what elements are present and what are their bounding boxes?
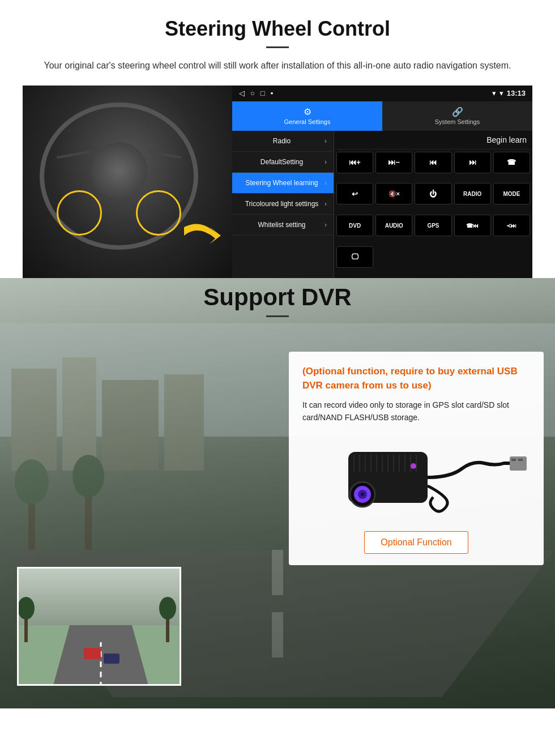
menu-default-label: DefaultSetting [239,158,325,166]
svg-point-39 [411,463,416,469]
svg-rect-2 [62,357,96,471]
ctrl-radio[interactable]: RADIO [454,183,491,204]
menu-default-chevron: › [325,158,327,166]
wifi-icon: ▾ [500,89,503,97]
menu-tricoloured-chevron: › [325,200,327,208]
dvr-divider [266,315,289,317]
system-settings-icon: 🔗 [452,106,463,117]
ctrl-audio[interactable]: AUDIO [375,215,412,236]
svg-rect-40 [510,456,527,471]
section-subtitle: Your original car's steering wheel contr… [23,58,532,73]
tab-general-settings[interactable]: ⚙ General Settings [232,101,382,131]
svg-point-11 [72,455,104,498]
inset-road-svg [19,569,181,686]
tab-system-label: System Settings [435,118,480,125]
ctrl-gps[interactable]: GPS [415,215,451,236]
dvr-info-body: It can record video only to storage in G… [302,399,530,424]
title-divider [266,46,289,48]
ctrl-dvd[interactable]: DVD [336,215,373,236]
menu-radio-label: Radio [239,137,325,145]
dvr-background: Support DVR [0,278,555,708]
menu-radio-chevron: › [325,137,327,145]
tab-system-settings[interactable]: 🔗 System Settings [382,101,532,131]
steering-wheel-image [23,86,232,278]
android-main-content: Radio › DefaultSetting › Steering Wheel … [232,131,532,278]
optional-btn-container: Optional Function [302,526,530,554]
optional-function-button[interactable]: Optional Function [364,531,468,554]
svg-rect-21 [104,654,119,664]
inset-road-image [19,569,180,684]
menu-whitelist-chevron: › [325,221,327,229]
general-settings-icon: ⚙ [304,106,311,117]
ctrl-mode[interactable]: MODE [493,183,530,204]
svg-rect-20 [84,648,101,659]
dvr-title-area: Support DVR [0,284,555,317]
ctrl-mute[interactable]: 🔇× [375,183,412,204]
ctrl-screen[interactable]: 🖵 [336,246,373,268]
tab-bar: ⚙ General Settings 🔗 System Settings [232,101,532,131]
status-time: 13:13 [507,89,526,97]
svg-point-19 [159,597,176,620]
status-bar: ◁ ○ □ ▪ ▾ ▾ 13:13 [232,86,532,101]
menu-item-radio[interactable]: Radio › [232,131,334,152]
menu-item-tricoloured[interactable]: Tricoloured light settings › [232,194,334,215]
ctrl-power[interactable]: ⏻ [415,183,451,204]
dvr-title: Support DVR [0,284,555,311]
svg-point-38 [361,493,364,496]
svg-rect-3 [102,380,159,471]
camera-svg [303,435,530,526]
ctrl-call-prev[interactable]: ☎⏮ [454,215,491,236]
dvr-camera-illustration [302,435,530,526]
begin-learn-button[interactable]: Begin learn [486,135,527,144]
begin-learn-row: Begin learn [334,131,532,150]
home-nav-icon: ○ [250,89,255,97]
ctrl-vol-up[interactable]: ⏮+ [336,152,373,173]
steering-wheel-center [91,142,147,199]
svg-point-9 [15,459,49,505]
svg-rect-41 [511,459,516,461]
yellow-arrow [178,216,224,250]
status-right: ▾ ▾ 13:13 [492,89,526,97]
ctrl-next[interactable]: ⏭ [454,152,491,173]
menu-item-default-setting[interactable]: DefaultSetting › [232,152,334,173]
svg-rect-1 [11,369,57,471]
dvr-section: Support DVR [0,278,555,708]
ctrl-call-next[interactable]: ≺⏭ [493,215,530,236]
menu-item-steering-wheel[interactable]: Steering Wheel learning › [232,173,334,194]
highlight-circle-left [57,190,102,236]
menu-steering-label: Steering Wheel learning [239,179,325,187]
nav-icons: ◁ ○ □ ▪ [239,89,273,97]
ctrl-vol-down[interactable]: ⏭− [375,152,412,173]
menu-item-whitelist[interactable]: Whitelist setting › [232,215,334,236]
steering-wheel-section: Steering Wheel Control Your original car… [0,0,555,278]
menu-tricoloured-label: Tricoloured light settings [239,200,325,208]
page-title: Steering Wheel Control [23,17,532,41]
svg-rect-6 [272,550,283,595]
menu-whitelist-label: Whitelist setting [239,221,325,229]
recent-nav-icon: □ [261,89,265,97]
android-menu: Radio › DefaultSetting › Steering Wheel … [232,131,334,278]
back-nav-icon: ◁ [239,89,245,97]
menu-nav-icon: ▪ [271,89,274,97]
android-ui-panel: ◁ ○ □ ▪ ▾ ▾ 13:13 ⚙ General Settings [232,86,532,278]
menu-steering-chevron: › [325,179,327,187]
steering-composite: ◁ ○ □ ▪ ▾ ▾ 13:13 ⚙ General Settings [23,86,532,278]
signal-icon: ▾ [492,89,496,97]
dvr-info-card: (Optional function, require to buy exter… [289,352,544,566]
svg-rect-7 [272,612,283,657]
highlight-circle-right [136,190,181,236]
svg-rect-13 [19,569,181,625]
ctrl-call[interactable]: ☎ [493,152,530,173]
dvr-optional-title: (Optional function, require to buy exter… [302,364,530,393]
car-background [23,86,232,278]
control-button-grid: ⏮+ ⏭− ⏮ ⏭ ☎ ↩ 🔇× ⏻ RADIO MODE DVD AUDIO … [334,150,532,278]
ctrl-prev[interactable]: ⏮ [415,152,451,173]
svg-rect-42 [518,459,523,461]
svg-rect-4 [164,374,204,471]
tab-general-label: General Settings [284,118,331,125]
android-right-panel: Begin learn ⏮+ ⏭− ⏮ ⏭ ☎ ↩ 🔇× ⏻ RADIO MOD… [334,131,532,278]
dvr-inset-screenshot [17,567,181,686]
ctrl-back[interactable]: ↩ [336,183,373,204]
